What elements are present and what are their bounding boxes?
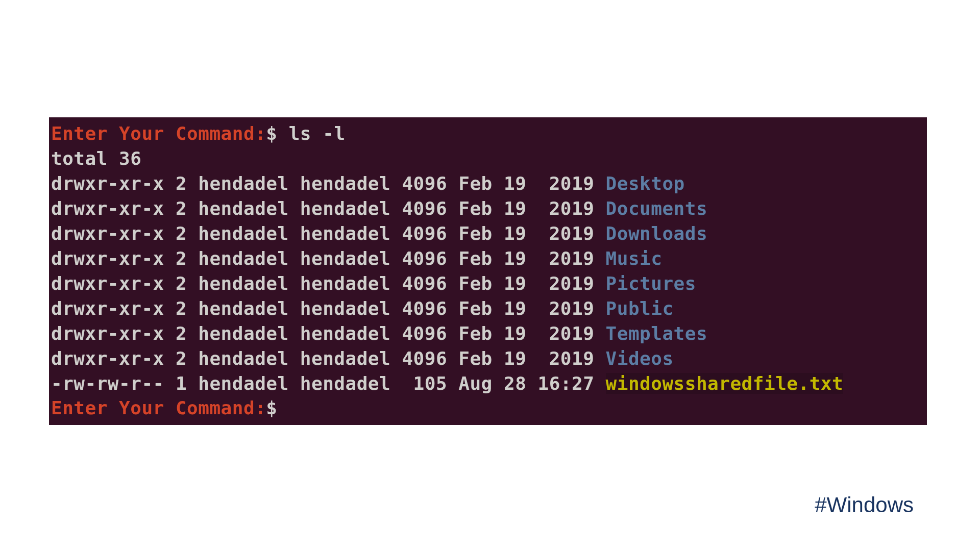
directory-name: Pictures (606, 273, 696, 294)
listing-row: drwxr-xr-x 2 hendadel hendadel 4096 Feb … (51, 296, 925, 321)
listing-row: drwxr-xr-x 2 hendadel hendadel 4096 Feb … (51, 346, 925, 371)
directory-name: Templates (606, 323, 708, 344)
listing-row: drwxr-xr-x 2 hendadel hendadel 4096 Feb … (51, 171, 925, 196)
listing-meta: drwxr-xr-x 2 hendadel hendadel 4096 Feb … (51, 323, 606, 344)
command-text[interactable]: ls -l (278, 123, 346, 144)
listing-meta: -rw-rw-r-- 1 hendadel hendadel 105 Aug 2… (51, 373, 606, 394)
file-name: windowssharedfile.txt (606, 373, 844, 394)
terminal-window[interactable]: Enter Your Command:$ ls -l total 36 drwx… (49, 117, 927, 425)
prompt-label: Enter Your Command: (51, 123, 266, 144)
listing-row: drwxr-xr-x 2 hendadel hendadel 4096 Feb … (51, 246, 925, 271)
directory-name: Downloads (606, 223, 708, 244)
hashtag-label: #Windows (815, 493, 914, 517)
prompt-dollar: $ (266, 123, 277, 144)
directory-name: Videos (606, 348, 674, 369)
directory-name: Public (606, 298, 674, 319)
directory-name: Music (606, 248, 663, 269)
listing-meta: drwxr-xr-x 2 hendadel hendadel 4096 Feb … (51, 298, 606, 319)
prompt-line-1: Enter Your Command:$ ls -l (51, 121, 925, 146)
listing-meta: drwxr-xr-x 2 hendadel hendadel 4096 Feb … (51, 173, 606, 194)
listing-meta: drwxr-xr-x 2 hendadel hendadel 4096 Feb … (51, 223, 606, 244)
listing-row: drwxr-xr-x 2 hendadel hendadel 4096 Feb … (51, 321, 925, 346)
prompt-label: Enter Your Command: (51, 397, 266, 418)
listing-meta: drwxr-xr-x 2 hendadel hendadel 4096 Feb … (51, 273, 606, 294)
listing-rows: drwxr-xr-x 2 hendadel hendadel 4096 Feb … (51, 171, 925, 396)
listing-row: drwxr-xr-x 2 hendadel hendadel 4096 Feb … (51, 196, 925, 221)
prompt-dollar: $ (266, 397, 277, 418)
listing-row: drwxr-xr-x 2 hendadel hendadel 4096 Feb … (51, 221, 925, 246)
directory-name: Documents (606, 198, 708, 219)
listing-row: drwxr-xr-x 2 hendadel hendadel 4096 Feb … (51, 271, 925, 296)
total-line: total 36 (51, 146, 925, 171)
listing-row: -rw-rw-r-- 1 hendadel hendadel 105 Aug 2… (51, 371, 925, 396)
listing-meta: drwxr-xr-x 2 hendadel hendadel 4096 Feb … (51, 348, 606, 369)
directory-name: Desktop (606, 173, 685, 194)
prompt-line-2[interactable]: Enter Your Command:$ (51, 396, 925, 421)
listing-meta: drwxr-xr-x 2 hendadel hendadel 4096 Feb … (51, 198, 606, 219)
listing-meta: drwxr-xr-x 2 hendadel hendadel 4096 Feb … (51, 248, 606, 269)
